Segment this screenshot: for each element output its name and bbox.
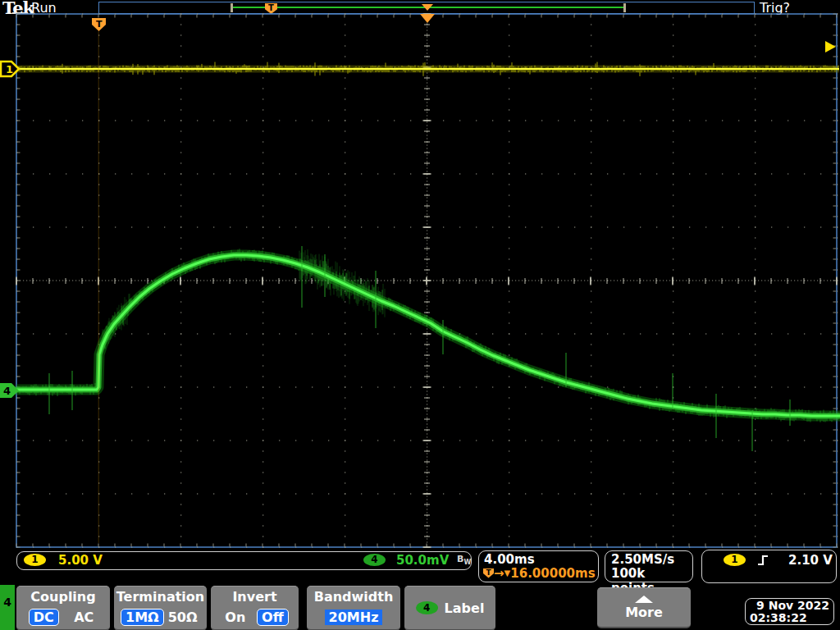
coupling-dc-option[interactable]: DC	[29, 609, 59, 626]
trigger-expansion-marker[interactable]: T	[92, 18, 106, 543]
channel-readout-box: 1 5.00 V 4 50.0mV BW	[16, 551, 472, 570]
softkey-coupling[interactable]: Coupling DC AC	[16, 586, 110, 630]
channel4-menu-tab: 4	[0, 585, 15, 630]
arrow-icon: →	[494, 566, 504, 581]
date-readout: 9 Nov 2022	[750, 600, 829, 612]
svg-text:4: 4	[3, 385, 11, 397]
invert-off-option[interactable]: Off	[257, 609, 289, 626]
svg-text:1: 1	[6, 63, 13, 75]
oscilloscope-screen: Tek Run Trig? T T 1 4	[0, 0, 840, 630]
trigger-position-marker[interactable]	[420, 14, 435, 23]
delay-readout: T→▼16.00000ms	[483, 566, 596, 580]
ch4-scale-readout: 50.0mV	[396, 553, 449, 568]
softkey-label[interactable]: 4 Label	[404, 586, 495, 630]
coupling-ac-option[interactable]: AC	[70, 609, 98, 625]
bandwidth-limit-icon: BW	[457, 554, 471, 566]
softkey-termination[interactable]: Termination 1MΩ 50Ω	[114, 586, 207, 630]
termination-1m-option[interactable]: 1MΩ	[121, 609, 164, 626]
horizontal-readout-box: 4.00ms T→▼16.00000ms	[478, 550, 599, 582]
trigger-level-arrow[interactable]	[825, 41, 836, 52]
ch1-scale-readout: 5.00 V	[58, 553, 103, 568]
softkey-invert[interactable]: Invert On Off	[211, 586, 299, 630]
trigger-source-badge: 1	[724, 554, 746, 566]
datetime-box: 9 Nov 2022 02:38:22	[745, 598, 834, 625]
trigger-t-icon: T	[483, 568, 494, 578]
acquisition-readout-box: 2.50MS/s 100k points	[605, 550, 693, 582]
timebase-readout: 4.00ms	[484, 552, 535, 567]
ch1-badge: 1	[24, 554, 46, 566]
triangle-down-icon: ▼	[504, 568, 511, 578]
triangle-up-icon	[635, 596, 653, 603]
sample-rate-readout: 2.50MS/s	[611, 552, 674, 567]
termination-50-option[interactable]: 50Ω	[164, 609, 202, 625]
softkey-bandwidth[interactable]: Bandwidth 20MHz	[307, 586, 400, 630]
softkey-more[interactable]: More	[597, 587, 691, 628]
bandwidth-20mhz-option[interactable]: 20MHz	[325, 609, 383, 625]
graticule-grid	[16, 14, 838, 547]
waveform-display: T 1 4	[0, 0, 840, 630]
trigger-level-readout: 2.10 V	[788, 553, 833, 568]
trigger-readout-box: 1 2.10 V	[701, 550, 837, 583]
time-readout: 02:38:22	[750, 612, 829, 624]
invert-on-option[interactable]: On	[221, 609, 249, 625]
svg-text:T: T	[96, 19, 103, 30]
ch4-badge: 4	[416, 601, 438, 614]
ch4-badge: 4	[363, 554, 386, 566]
rising-edge-icon	[756, 554, 773, 567]
